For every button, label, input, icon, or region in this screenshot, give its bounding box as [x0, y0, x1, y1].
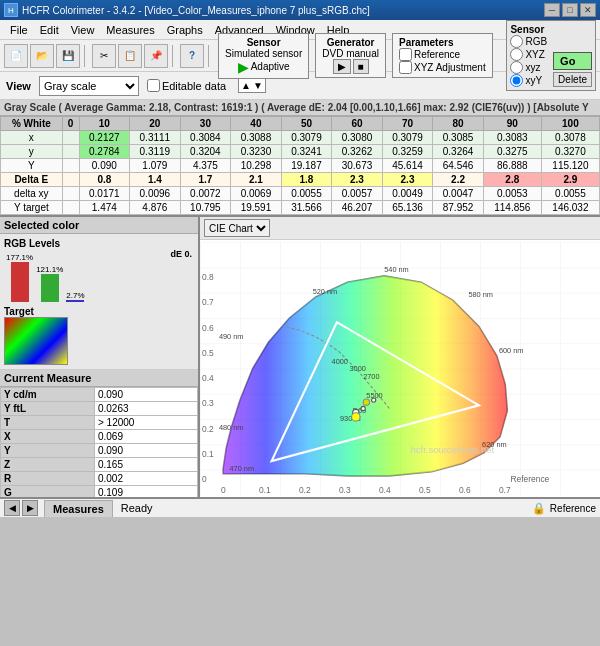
measure-row-yftl: Y ftL 0.0263	[1, 402, 198, 416]
side-params-top: Sensor RGB XYZ xyz xyY Go Delete	[510, 24, 592, 87]
menu-view[interactable]: View	[65, 22, 101, 38]
data-table: % White 0 10 20 30 40 50 60 70 80 90 100…	[0, 116, 600, 215]
target-label: Target	[4, 306, 194, 317]
col-header-20: 20	[130, 117, 181, 131]
right-panel: CIE Chart 0 0.1 0.2 0.3 0.4 0.5	[200, 217, 600, 497]
generator-stop[interactable]: ■	[353, 59, 369, 74]
cell-de-60: 2.3	[332, 173, 383, 187]
measure-label-Y2: Y	[1, 444, 95, 458]
k5500-label: 5500	[366, 391, 382, 400]
radio-xyz2[interactable]: xyz	[510, 61, 547, 74]
up-arrow[interactable]: ▲	[241, 80, 251, 91]
measure-label-ycdm: Y cd/m	[1, 388, 95, 402]
delete-button[interactable]: Delete	[553, 72, 592, 87]
cell-Y-10: 0.090	[79, 159, 130, 173]
bar-r-container: 177.1%	[6, 253, 33, 302]
cell-dxy-10: 0.0171	[79, 187, 130, 201]
generator-play[interactable]: ▶	[333, 59, 351, 74]
status-bar: ◀ ▶ Measures Ready 🔒 Reference	[0, 497, 600, 517]
menu-measures[interactable]: Measures	[100, 22, 160, 38]
y-axis-06: 0.6	[202, 323, 214, 333]
menu-graphs[interactable]: Graphs	[161, 22, 209, 38]
toolbar-new[interactable]: 📄	[4, 44, 28, 68]
cell-x-40: 0.3088	[231, 131, 282, 145]
table-row-y: y 0.2784 0.3119 0.3204 0.3230 0.3241 0.3…	[1, 145, 600, 159]
view-select[interactable]: Gray scale	[39, 76, 139, 96]
go-button[interactable]: Go	[553, 52, 592, 70]
maximize-button[interactable]: □	[562, 3, 578, 17]
cell-Y-50: 19.187	[281, 159, 332, 173]
x-axis-03: 0.3	[339, 485, 351, 495]
measure-val-t: > 12000	[94, 416, 197, 430]
cell-y-50: 0.3241	[281, 145, 332, 159]
measure-row-Y2: Y 0.090	[1, 444, 198, 458]
cell-de-50: 1.8	[281, 173, 332, 187]
close-button[interactable]: ✕	[580, 3, 596, 17]
wl-580: 580 nm	[468, 290, 493, 299]
cell-de-0	[62, 173, 79, 187]
x-axis-01: 0.1	[259, 485, 271, 495]
toolbar-open[interactable]: 📂	[30, 44, 54, 68]
radio-rgb[interactable]: RGB	[510, 35, 547, 48]
toolbar-copy[interactable]: 📋	[118, 44, 142, 68]
sensor-radio-label: Sensor	[510, 24, 547, 35]
toolbar-help[interactable]: ?	[180, 44, 204, 68]
selected-color-title: Selected color	[0, 217, 198, 234]
title-bar: H HCFR Colorimeter - 3.4.2 - [Video_Colo…	[0, 0, 600, 20]
cell-yt-80: 87.952	[433, 201, 484, 215]
row-label-x: x	[1, 131, 63, 145]
cell-de-70: 2.3	[382, 173, 433, 187]
status-icons: 🔒 Reference	[532, 502, 596, 515]
cell-yt-30: 10.795	[180, 201, 231, 215]
menu-edit[interactable]: Edit	[34, 22, 65, 38]
cell-y-80: 0.3264	[433, 145, 484, 159]
toolbar-save[interactable]: 💾	[56, 44, 80, 68]
side-params: Sensor RGB XYZ xyz xyY Go Delete	[506, 20, 596, 91]
toolbar-cut[interactable]: ✂	[92, 44, 116, 68]
cell-yt-20: 4.876	[130, 201, 181, 215]
c-point	[361, 406, 365, 410]
tab-next[interactable]: ▶	[22, 500, 38, 516]
table-row-Y: Y 0.090 1.079 4.375 10.298 19.187 30.673…	[1, 159, 600, 173]
table-scroll[interactable]: % White 0 10 20 30 40 50 60 70 80 90 100…	[0, 116, 600, 215]
col-header-10: 10	[79, 117, 130, 131]
xyz-checkbox[interactable]	[399, 61, 412, 74]
ref-checkbox[interactable]	[399, 48, 412, 61]
measure-row-R: R 0.002	[1, 472, 198, 486]
radio-xyy[interactable]: xyY	[510, 74, 547, 87]
bar-r	[11, 262, 29, 302]
bar-b	[66, 300, 84, 302]
wl-520: 520 nm	[313, 287, 338, 296]
tab-prev[interactable]: ◀	[4, 500, 20, 516]
bottom-area: Selected color RGB Levels 177.1% 121.1% …	[0, 217, 600, 497]
cie-svg: 0 0.1 0.2 0.3 0.4 0.5 0.6 0.7 0 0.1 0.2 …	[200, 240, 600, 497]
parameters-label: Parameters	[399, 37, 486, 48]
x-axis-0: 0	[221, 485, 226, 495]
toolbar-sep1	[84, 45, 88, 67]
editable-checkbox[interactable]	[147, 79, 160, 92]
measure-section[interactable]: Current Measure Y cd/m 0.090 Y ftL 0.026…	[0, 370, 198, 497]
measure-val-yftl: 0.0263	[94, 402, 197, 416]
wl-470: 470 nm	[229, 464, 254, 473]
col-header-100: 100	[541, 117, 599, 131]
cell-de-90: 2.8	[483, 173, 541, 187]
y-axis-05: 0.5	[202, 348, 214, 358]
ref-check: Reference	[399, 48, 486, 61]
measures-tab[interactable]: Measures	[44, 500, 113, 517]
col-header-40: 40	[231, 117, 282, 131]
menu-file[interactable]: File	[4, 22, 34, 38]
y-axis-01: 0.1	[202, 449, 214, 459]
row-label-y: y	[1, 145, 63, 159]
toolbar-paste[interactable]: 📌	[144, 44, 168, 68]
minimize-button[interactable]: ─	[544, 3, 560, 17]
xyz-label: XYZ Adjustment	[414, 62, 486, 73]
down-arrow[interactable]: ▼	[253, 80, 263, 91]
data-table-area: Gray Scale ( Average Gamma: 2.18, Contra…	[0, 100, 600, 217]
y-axis-04: 0.4	[202, 373, 214, 383]
cell-Y-20: 1.079	[130, 159, 181, 173]
cell-y-60: 0.3262	[332, 145, 383, 159]
cie-select[interactable]: CIE Chart	[204, 219, 270, 237]
radio-xyz[interactable]: XYZ	[510, 48, 547, 61]
bar-b-container: 2.7%	[66, 291, 84, 302]
cell-Y-80: 64.546	[433, 159, 484, 173]
